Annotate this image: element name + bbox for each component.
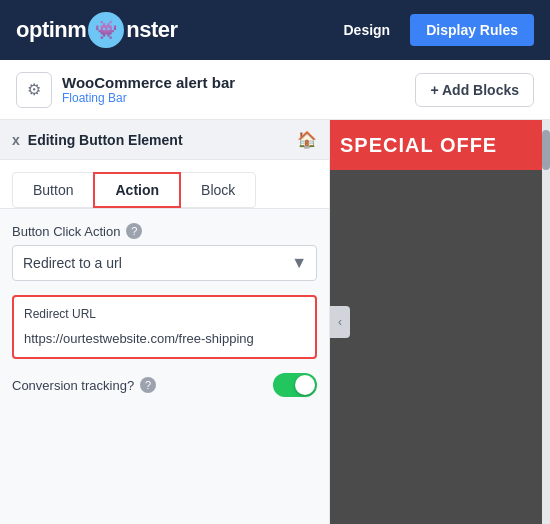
logo: optinm 👾 nster [16,12,178,48]
scrollbar-track [542,120,550,524]
editing-title: Editing Button Element [28,132,183,148]
logo-text-after: nster [126,17,177,43]
button-click-action-help-icon[interactable]: ? [126,223,142,239]
gear-icon[interactable]: ⚙ [16,72,52,108]
scrollbar-thumb[interactable] [542,130,550,170]
home-icon[interactable]: 🏠 [297,130,317,149]
conversion-tracking-label: Conversion tracking? ? [12,377,156,393]
add-blocks-button[interactable]: + Add Blocks [415,73,534,107]
button-click-action-select[interactable]: Redirect to a url Close the optin Submit… [12,245,317,281]
subheader: ⚙ WooCommerce alert bar Floating Bar + A… [0,60,550,120]
panel-content: Button Click Action ? Redirect to a url … [0,209,329,524]
campaign-info: ⚙ WooCommerce alert bar Floating Bar [16,72,235,108]
left-panel: x Editing Button Element 🏠 Button Action… [0,120,330,524]
conversion-tracking-help-icon[interactable]: ? [140,377,156,393]
editing-bar: x Editing Button Element 🏠 [0,120,329,160]
button-click-action-label: Button Click Action ? [12,223,317,239]
design-nav-button[interactable]: Design [327,14,406,46]
editing-bar-left: x Editing Button Element [12,132,183,148]
campaign-details: WooCommerce alert bar Floating Bar [62,74,235,105]
toggle-knob [295,375,315,395]
button-click-action-group: Button Click Action ? Redirect to a url … [12,223,317,281]
right-preview: SPECIAL OFFE ‹ [330,120,550,524]
preview-special-offer-text: SPECIAL OFFE [340,134,497,157]
conversion-tracking-row: Conversion tracking? ? [12,373,317,397]
conversion-tracking-toggle[interactable] [273,373,317,397]
logo-text-before: optinm [16,17,86,43]
tab-block[interactable]: Block [180,172,256,208]
tab-button[interactable]: Button [12,172,94,208]
scroll-left-indicator[interactable]: ‹ [330,306,350,338]
logo-monster-icon: 👾 [88,12,124,48]
preview-red-bar: SPECIAL OFFE [330,120,550,170]
campaign-subtitle: Floating Bar [62,91,235,105]
display-rules-nav-button[interactable]: Display Rules [410,14,534,46]
redirect-url-box: Redirect URL [12,295,317,359]
button-click-action-select-wrapper: Redirect to a url Close the optin Submit… [12,245,317,281]
main-area: x Editing Button Element 🏠 Button Action… [0,120,550,524]
header: optinm 👾 nster Design Display Rules [0,0,550,60]
tabs-container: Button Action Block [0,160,329,209]
close-button[interactable]: x [12,132,20,148]
campaign-title: WooCommerce alert bar [62,74,235,91]
tab-action[interactable]: Action [93,172,181,208]
redirect-url-label: Redirect URL [24,307,305,321]
redirect-url-input[interactable] [24,331,305,346]
header-nav: Design Display Rules [327,14,534,46]
